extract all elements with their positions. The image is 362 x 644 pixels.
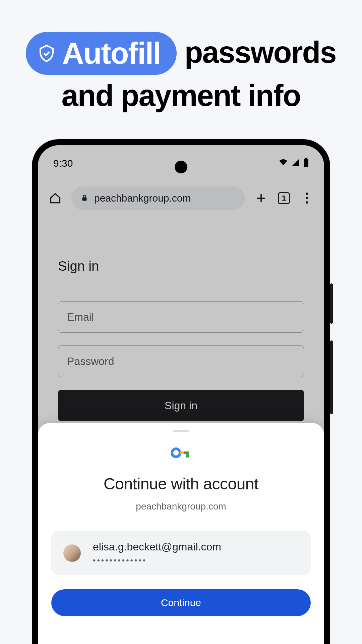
- headline-word-passwords: passwords: [184, 36, 336, 69]
- battery-icon: [303, 158, 309, 169]
- signin-button[interactable]: Sign in: [58, 390, 304, 421]
- home-icon[interactable]: [46, 189, 65, 208]
- account-email: elisa.g.beckett@gmail.com: [93, 541, 221, 553]
- svg-rect-2: [82, 197, 87, 201]
- sheet-domain: peachbankgroup.com: [51, 501, 311, 512]
- continue-button-label: Continue: [161, 597, 201, 608]
- svg-rect-1: [305, 158, 307, 159]
- email-field[interactable]: Email: [58, 301, 304, 333]
- cellular-icon: [291, 158, 300, 169]
- continue-button[interactable]: Continue: [51, 589, 311, 616]
- autofill-badge-text: Autofill: [62, 35, 161, 71]
- camera-cutout: [175, 161, 187, 173]
- tab-count: 1: [278, 192, 290, 204]
- browser-toolbar: peachbankgroup.com 1: [38, 181, 324, 215]
- status-icons: [279, 158, 309, 169]
- signin-heading: Sign in: [58, 259, 304, 274]
- phone-side-button: [330, 283, 333, 324]
- svg-rect-0: [304, 159, 308, 167]
- status-time: 9:30: [53, 158, 73, 169]
- phone-side-button: [330, 340, 333, 414]
- phone-screen: 9:30 peachbankgr: [38, 145, 324, 644]
- email-placeholder: Email: [67, 311, 94, 323]
- signin-button-label: Sign in: [165, 399, 197, 412]
- password-placeholder: Password: [67, 355, 114, 368]
- headline-line2: and payment info: [0, 77, 362, 114]
- overflow-menu-button[interactable]: [297, 189, 316, 208]
- phone-frame: 9:30 peachbankgr: [32, 139, 330, 644]
- account-info: elisa.g.beckett@gmail.com •••••••••••••: [93, 541, 221, 565]
- password-field[interactable]: Password: [58, 345, 304, 377]
- url-text: peachbankgroup.com: [94, 193, 191, 204]
- autofill-badge: Autofill: [26, 32, 177, 75]
- account-suggestion-card[interactable]: elisa.g.beckett@gmail.com •••••••••••••: [51, 531, 311, 575]
- shield-check-icon: [37, 44, 56, 63]
- avatar: [63, 544, 81, 562]
- svg-rect-6: [184, 451, 186, 454]
- marketing-headline: Autofill passwords and payment info: [0, 0, 362, 114]
- new-tab-button[interactable]: [252, 189, 270, 208]
- page-content: Sign in Email Password Sign in: [38, 215, 324, 421]
- password-manager-key-icon: [51, 447, 311, 459]
- autofill-bottom-sheet: Continue with account peachbankgroup.com…: [38, 423, 324, 644]
- tab-switcher-button[interactable]: 1: [275, 189, 293, 208]
- svg-point-3: [172, 449, 180, 457]
- lock-icon: [81, 193, 88, 204]
- wifi-icon: [279, 158, 288, 169]
- drag-handle[interactable]: [173, 430, 189, 432]
- sheet-title: Continue with account: [51, 475, 311, 493]
- account-password-mask: •••••••••••••: [93, 556, 221, 565]
- url-bar[interactable]: peachbankgroup.com: [71, 186, 245, 210]
